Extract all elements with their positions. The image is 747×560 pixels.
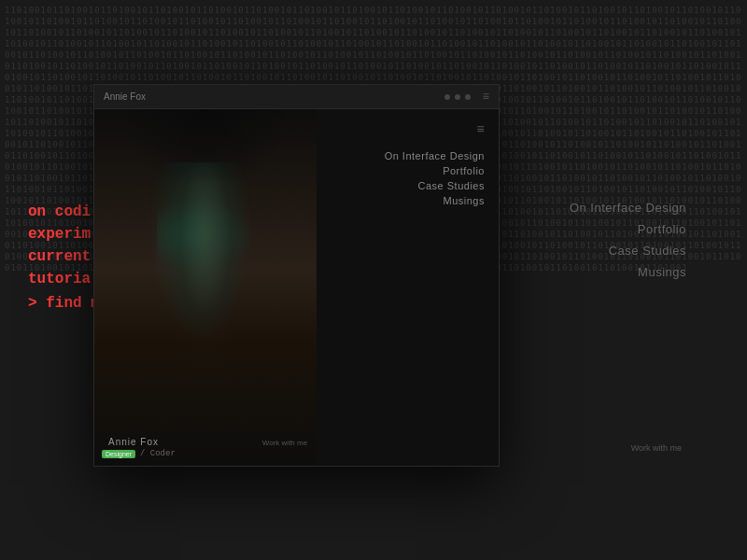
designer-badge-sm: Designer bbox=[102, 450, 135, 458]
control-dot-2 bbox=[455, 94, 460, 100]
nav-menu: On Interface Design Portfolio Case Studi… bbox=[385, 150, 485, 206]
right-panel-top: ≡ bbox=[317, 123, 485, 136]
browser-controls: ≡ bbox=[444, 91, 489, 104]
coder-badge-sm: / Coder bbox=[140, 449, 176, 458]
control-dot-1 bbox=[444, 94, 450, 100]
control-dot-3 bbox=[465, 94, 471, 100]
overlay-nav-item-4[interactable]: Musings bbox=[638, 265, 686, 279]
work-with-me-bottom[interactable]: Work with me bbox=[631, 443, 682, 453]
browser-title: Annie Fox bbox=[104, 91, 146, 102]
work-with-me-panel[interactable]: Work with me bbox=[262, 439, 307, 447]
hamburger-icon[interactable]: ≡ bbox=[483, 91, 489, 104]
right-nav-overlay: On Interface Design Portfolio Case Studi… bbox=[570, 201, 686, 279]
face-portrait bbox=[94, 109, 317, 466]
left-panel: Annie Fox Designer / Coder Work with me bbox=[94, 109, 317, 466]
browser-titlebar: Annie Fox ≡ bbox=[94, 85, 499, 109]
nav-item-musings[interactable]: Musings bbox=[444, 195, 485, 206]
nav-item-interface[interactable]: On Interface Design bbox=[385, 150, 485, 161]
bottom-badges: Designer / Coder bbox=[102, 449, 176, 458]
browser-content: Annie Fox Designer / Coder Work with me … bbox=[94, 109, 499, 466]
right-hamburger-icon[interactable]: ≡ bbox=[477, 123, 485, 136]
overlay-nav-item-1[interactable]: On Interface Design bbox=[570, 201, 686, 215]
terminal-line-5: > find m bbox=[28, 292, 100, 315]
annie-fox-label: Annie Fox bbox=[108, 437, 159, 447]
browser-window: Annie Fox ≡ Annie Fox bbox=[93, 84, 500, 467]
overlay-nav-item-2[interactable]: Portfolio bbox=[638, 222, 686, 236]
right-panel: ≡ On Interface Design Portfolio Case Stu… bbox=[317, 109, 499, 466]
nav-item-case-studies[interactable]: Case Studies bbox=[418, 180, 485, 191]
nav-item-portfolio[interactable]: Portfolio bbox=[443, 165, 485, 176]
overlay-nav-item-3[interactable]: Case Studies bbox=[609, 244, 686, 258]
